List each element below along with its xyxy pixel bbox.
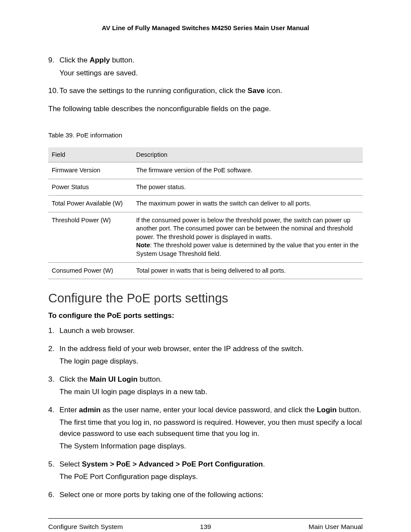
procedure-steps-list: 1.Launch a web browser.2.In the address … bbox=[48, 325, 363, 501]
step-number: 4. bbox=[48, 404, 59, 453]
section-heading: Configure the PoE ports settings bbox=[48, 291, 363, 305]
step-content: Select System > PoE > Advanced > PoE Por… bbox=[59, 459, 363, 483]
table-caption: Table 39. PoE information bbox=[48, 131, 363, 139]
table-header-description: Description bbox=[133, 147, 363, 162]
poe-info-table: Field Description Firmware VersionThe fi… bbox=[48, 147, 363, 279]
step-content: Select one or more ports by taking one o… bbox=[59, 489, 363, 501]
table-cell-field: Consumed Power (W) bbox=[48, 262, 133, 279]
table-cell-field: Power Status bbox=[48, 179, 133, 196]
list-item: 6.Select one or more ports by taking one… bbox=[48, 489, 363, 501]
step-content: Click the Apply button.Your settings are… bbox=[59, 55, 363, 79]
table-cell-field: Firmware Version bbox=[48, 162, 133, 179]
footer-center-page-number: 139 bbox=[200, 523, 211, 532]
step-number: 2. bbox=[48, 343, 59, 368]
table-row: Power StatusThe power status. bbox=[48, 179, 363, 196]
list-item: 2.In the address field of your web brows… bbox=[48, 343, 363, 368]
table-row: Total Power Available (W)The maximum pow… bbox=[48, 196, 363, 212]
step-content: Launch a web browser. bbox=[59, 325, 363, 337]
list-item: 9.Click the Apply button.Your settings a… bbox=[48, 55, 363, 79]
step-content: To save the settings to the running conf… bbox=[59, 85, 363, 97]
list-item: 4.Enter admin as the user name, enter yo… bbox=[48, 404, 363, 453]
list-item: 10.To save the settings to the running c… bbox=[48, 85, 363, 97]
step-content: Click the Main UI Login button.The main … bbox=[59, 374, 363, 398]
table-cell-description: The firmware version of the PoE software… bbox=[133, 162, 363, 179]
step-number: 5. bbox=[48, 459, 59, 483]
table-cell-field: Threshold Power (W) bbox=[48, 212, 133, 262]
table-row: Consumed Power (W)Total power in watts t… bbox=[48, 262, 363, 279]
list-item: 5.Select System > PoE > Advanced > PoE P… bbox=[48, 459, 363, 483]
step-content: In the address field of your web browser… bbox=[59, 343, 363, 368]
table-header-field: Field bbox=[48, 147, 133, 162]
step-number: 10. bbox=[48, 85, 59, 97]
intro-paragraph: The following table describes the noncon… bbox=[48, 103, 363, 115]
list-item: 3.Click the Main UI Login button.The mai… bbox=[48, 374, 363, 398]
table-cell-description: If the consumed power is below the thres… bbox=[133, 212, 363, 262]
list-item: 1.Launch a web browser. bbox=[48, 325, 363, 337]
section-subheading: To configure the PoE ports settings: bbox=[48, 311, 363, 320]
footer-right: Main User Manual bbox=[277, 523, 363, 532]
table-row: Firmware VersionThe firmware version of … bbox=[48, 162, 363, 179]
footer-left: Configure Switch System Information bbox=[48, 523, 134, 532]
step-number: 6. bbox=[48, 489, 59, 501]
table-row: Threshold Power (W)If the consumed power… bbox=[48, 212, 363, 262]
step-number: 1. bbox=[48, 325, 59, 337]
table-cell-field: Total Power Available (W) bbox=[48, 196, 133, 212]
step-content: Enter admin as the user name, enter your… bbox=[59, 404, 363, 453]
page-footer: Configure Switch System Information 139 … bbox=[48, 518, 363, 532]
step-number: 9. bbox=[48, 55, 59, 79]
top-steps-list: 9.Click the Apply button.Your settings a… bbox=[48, 55, 363, 97]
table-cell-description: The power status. bbox=[133, 179, 363, 196]
table-cell-description: The maximum power in watts the switch ca… bbox=[133, 196, 363, 212]
step-number: 3. bbox=[48, 374, 59, 398]
table-cell-description: Total power in watts that is being deliv… bbox=[133, 262, 363, 279]
page-header-title: AV Line of Fully Managed Switches M4250 … bbox=[48, 24, 363, 31]
